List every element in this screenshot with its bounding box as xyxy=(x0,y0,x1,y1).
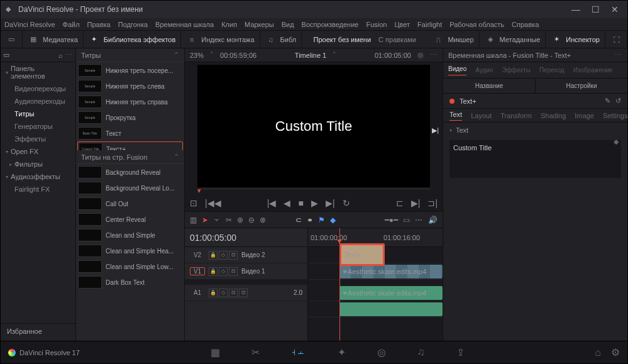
marker-icon[interactable]: ◆ xyxy=(330,216,336,224)
tab-audio[interactable]: Аудио xyxy=(475,67,493,74)
mark-in-icon[interactable]: ⊏ xyxy=(396,198,404,208)
close-button[interactable]: ✕ xyxy=(611,4,619,14)
favorites-section[interactable]: Избранное xyxy=(1,323,75,341)
filter-icon[interactable]: ▭ xyxy=(3,51,9,59)
match-frame-icon[interactable]: ⊡ xyxy=(190,198,197,208)
mute-icon[interactable]: 🔊 xyxy=(428,216,438,224)
curve-icon[interactable]: ⊡ xyxy=(229,251,238,260)
reverse-icon[interactable]: ◀ xyxy=(284,198,290,208)
expand-button[interactable]: ⛶ xyxy=(605,31,627,48)
keyframe-icon[interactable]: ✎ xyxy=(605,97,610,105)
tab-video[interactable]: Видео xyxy=(448,65,466,75)
track-v2[interactable]: V2 🔒◇⊡ Видео 2 xyxy=(185,247,307,263)
disable-icon[interactable]: ◇ xyxy=(219,251,228,260)
prev-clip-icon[interactable]: |◀ xyxy=(267,198,277,208)
menu-item[interactable]: Рабочая область xyxy=(449,21,504,28)
viewer[interactable]: Custom Title ▶| xyxy=(197,65,430,187)
menu-item[interactable]: Правка xyxy=(87,21,111,28)
enable-dot-icon[interactable] xyxy=(449,99,454,104)
timeline-options-icon[interactable]: ⋯ xyxy=(415,216,423,224)
tab-image[interactable]: Изображение xyxy=(573,67,613,74)
curve-icon[interactable]: ⊡ xyxy=(239,289,248,297)
cat-audiofx[interactable]: ▾Аудиоэффекты xyxy=(1,170,75,183)
tab-effects[interactable]: Эффекты xyxy=(502,67,530,74)
menu-item[interactable]: Fairlight xyxy=(417,21,442,28)
menu-item[interactable]: Справка xyxy=(512,21,539,28)
custom-icon[interactable]: ▭ xyxy=(403,216,410,224)
effects-library-button[interactable]: ✦Библиотека эффектов xyxy=(84,31,182,48)
insert-icon[interactable]: ⊕ xyxy=(237,216,243,224)
cat-generators[interactable]: Генераторы xyxy=(1,120,75,133)
fusion-title-item[interactable]: Clean and Simple Low... xyxy=(77,259,183,274)
mute-icon[interactable]: ◇ xyxy=(219,289,228,297)
overwrite-icon[interactable]: ⊖ xyxy=(248,216,255,224)
cat-openfx[interactable]: ▾Open FX xyxy=(1,145,75,158)
section-text[interactable]: Text xyxy=(456,126,468,134)
next-icon[interactable]: ▶| xyxy=(432,126,439,135)
title-item-selected[interactable]: Custom TitleТекст+ xyxy=(77,141,183,150)
subtab-shading[interactable]: Shading xyxy=(541,112,566,119)
cat-filters[interactable]: ▸ Фильтры xyxy=(1,158,75,170)
menu-item[interactable]: Файл xyxy=(63,21,80,28)
cat-video-transitions[interactable]: Видеопереходы xyxy=(1,82,75,95)
inspector-button[interactable]: ✶Инспектор xyxy=(546,31,605,48)
subtab-settings2[interactable]: Settings xyxy=(603,112,628,119)
title-clip[interactable]: Text+ xyxy=(339,243,385,266)
title-item[interactable]: SampleНижняя треть посере... xyxy=(77,63,183,78)
settings-icon[interactable]: ⚙ xyxy=(611,346,620,358)
page-media[interactable]: ▦ xyxy=(211,346,220,358)
menu-item[interactable]: Маркеры xyxy=(245,21,274,28)
link-icon[interactable]: ⚭ xyxy=(307,216,313,224)
menu-item[interactable]: Подгонка xyxy=(118,21,148,28)
page-fairlight[interactable]: ♫ xyxy=(417,346,425,358)
fusion-title-item[interactable]: Clean and Simple Hea... xyxy=(77,243,183,258)
play-icon[interactable]: ▶ xyxy=(311,198,318,208)
mixer-button[interactable]: ⎍Микшер xyxy=(427,31,479,48)
cat-effects[interactable]: Эффекты xyxy=(1,133,75,145)
menu-item[interactable]: Цвет xyxy=(394,21,410,28)
menu-item[interactable]: Клип xyxy=(221,21,237,28)
subtab-text[interactable]: Text xyxy=(449,111,462,121)
zoom-slider[interactable]: ━●━ xyxy=(385,216,398,224)
stop-icon[interactable]: ■ xyxy=(298,198,303,208)
fusion-title-item[interactable]: Center Reveal xyxy=(77,212,183,227)
menu-item[interactable]: Временная шкала xyxy=(155,21,214,28)
lock-icon[interactable]: 🔒 xyxy=(209,251,218,260)
go-start-icon[interactable]: |◀◀ xyxy=(205,198,221,208)
sound-library-button[interactable]: ♫Библ xyxy=(260,31,302,48)
menu-item[interactable]: DaVinci Resolve xyxy=(4,21,55,28)
audio-clip[interactable]: ⚭ Aesthetic skate edits.mp4 xyxy=(339,286,443,300)
cat-titles[interactable]: Титры xyxy=(1,108,75,120)
title-item[interactable]: SampleНижняя треть справа xyxy=(77,94,183,109)
title-item[interactable]: SampleНижняя треть слева xyxy=(77,79,183,94)
trim-tool-icon[interactable]: ⫟ xyxy=(213,216,221,224)
solo-icon[interactable]: ⊡ xyxy=(229,289,238,297)
cat-fairlight[interactable]: Fairlight FX xyxy=(1,183,75,196)
inspector-options-icon[interactable]: ⋯ xyxy=(615,51,622,59)
cat-audio-transitions[interactable]: Аудиопереходы xyxy=(1,95,75,108)
fusion-title-item[interactable]: Dark Box Text xyxy=(77,275,183,290)
loop-icon[interactable]: ↻ xyxy=(343,198,350,208)
page-fusion[interactable]: ✦ xyxy=(338,346,346,358)
track-v1[interactable]: V1 🔒◇⊡ Видео 1 xyxy=(185,263,307,280)
fusion-title-item[interactable]: Call Out xyxy=(77,196,183,211)
timeline-name[interactable]: Timeline 1 xyxy=(295,52,326,59)
subtab-transform[interactable]: Transform xyxy=(500,112,532,119)
maximize-button[interactable]: ☐ xyxy=(592,4,600,14)
lock-icon[interactable]: 🔒 xyxy=(209,289,218,297)
arrow-tool-icon[interactable]: ➤ xyxy=(202,216,208,224)
subtab-settings[interactable]: Настройки xyxy=(536,79,627,93)
fusion-title-item[interactable]: Background Reveal Lo... xyxy=(77,180,183,196)
lock-icon[interactable]: 🔒 xyxy=(209,267,218,276)
subtab-name[interactable]: Название xyxy=(443,79,536,93)
page-deliver[interactable]: ⇪ xyxy=(456,346,465,358)
audio-clip[interactable] xyxy=(339,302,443,316)
zoom-level[interactable]: 23% xyxy=(190,52,204,59)
subtab-layout[interactable]: Layout xyxy=(471,112,492,119)
flag-icon[interactable]: ⚑ xyxy=(318,216,325,224)
media-button[interactable]: ▦Медиатека xyxy=(23,31,84,48)
viewer-options-icon[interactable]: ⋯ xyxy=(430,51,438,59)
view-icon[interactable]: ▥ xyxy=(190,216,197,224)
menu-item[interactable]: Вид xyxy=(282,21,294,28)
text-input[interactable]: Custom Title xyxy=(449,140,621,178)
